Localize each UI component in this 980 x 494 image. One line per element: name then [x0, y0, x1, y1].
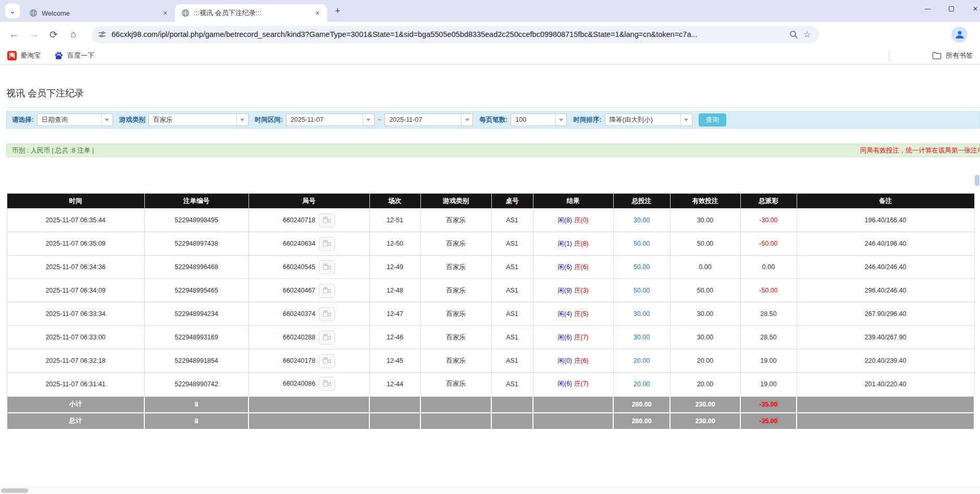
- banker-result: 庄(8): [574, 240, 589, 247]
- col-valid-bet: 有效投注: [670, 194, 740, 209]
- video-replay-button[interactable]: [319, 260, 335, 274]
- note-cell: 296.40/246.40: [797, 279, 974, 302]
- browser-toolbar: ← → ⟳ ⌂ 66cxkj98.com/ipl/portal.php/game…: [0, 22, 980, 47]
- round-number: 660240086: [283, 380, 316, 387]
- tab-title: :::视讯 会员下注纪录:::: [194, 8, 313, 18]
- zoom-button[interactable]: [787, 28, 800, 41]
- forward-button[interactable]: →: [25, 26, 43, 43]
- select-type-label: 请选择:: [12, 116, 34, 124]
- tab-search-button[interactable]: ⌄: [5, 4, 20, 18]
- back-button[interactable]: ←: [5, 26, 23, 43]
- url-text[interactable]: 66cxkj98.com/ipl/portal.php/game/betreco…: [111, 30, 787, 39]
- result-cell: 闲(6)庄(6): [533, 256, 613, 279]
- query-type-select[interactable]: 日期查询: [37, 113, 113, 126]
- query-button[interactable]: 查询: [699, 113, 726, 126]
- total-bet-link[interactable]: 30.00: [613, 209, 670, 232]
- col-game-type: 游戏类别: [420, 194, 491, 209]
- col-table: 桌号: [491, 194, 533, 209]
- result-cell: 闲(6)庄(7): [533, 373, 613, 396]
- table-number-cell: AS1: [491, 326, 533, 349]
- valid-bet-cell: 30.00: [670, 326, 740, 349]
- close-window-button[interactable]: ✕: [963, 0, 980, 18]
- total-bet-link[interactable]: 20.00: [613, 373, 670, 396]
- bet-id-cell: 522948990742: [144, 373, 249, 396]
- tab-close-icon[interactable]: ✕: [160, 8, 170, 18]
- player-result: 闲(6): [557, 263, 572, 271]
- time-sort-select[interactable]: 降幂(由大到小): [605, 113, 692, 126]
- total-bet-link[interactable]: 30.00: [613, 302, 670, 326]
- per-page-select[interactable]: 100: [511, 113, 567, 126]
- date-from-select[interactable]: 2025-11-07: [286, 113, 375, 126]
- bet-id-cell: 522948997438: [144, 232, 249, 256]
- date-to-select[interactable]: 2025-11-07: [384, 113, 473, 126]
- total-row: 总计 8 280.00 230.00 -35.00: [7, 413, 974, 429]
- bet-id-cell: 522948996468: [144, 256, 249, 279]
- chevron-down-icon[interactable]: [237, 114, 248, 125]
- valid-bet-cell: 20.00: [670, 373, 740, 396]
- tab-betrecord[interactable]: :::视讯 会员下注纪录::: ✕: [175, 4, 327, 22]
- total-bet-link[interactable]: 30.00: [613, 326, 670, 349]
- video-replay-button[interactable]: [319, 213, 335, 227]
- chevron-down-icon[interactable]: [461, 114, 473, 125]
- video-replay-button[interactable]: [319, 237, 335, 251]
- chevron-down-icon[interactable]: [101, 114, 113, 125]
- game-type-select[interactable]: 百家乐: [148, 113, 249, 126]
- total-bet-link[interactable]: 50.00: [613, 279, 670, 302]
- reload-button[interactable]: ⟳: [45, 26, 63, 43]
- valid-bet-cell: 20.00: [670, 349, 740, 373]
- time-cell: 2025-11-07 06:34:36: [7, 256, 144, 279]
- horizontal-scrollbar[interactable]: [0, 487, 980, 493]
- bookmark-aitaobao[interactable]: 淘 爱淘宝: [7, 51, 41, 60]
- time-cell: 2025-11-07 06:33:00: [7, 326, 144, 349]
- video-camera-icon: [322, 287, 331, 295]
- home-button[interactable]: ⌂: [65, 26, 82, 43]
- total-bet-link[interactable]: 20.00: [613, 349, 670, 373]
- tab-close-icon[interactable]: ✕: [313, 8, 322, 18]
- person-icon: [954, 29, 965, 40]
- horizontal-scrollbar-thumb[interactable]: [1, 488, 28, 493]
- chevron-down-icon[interactable]: [680, 114, 692, 125]
- video-replay-button[interactable]: [319, 307, 335, 321]
- video-replay-button[interactable]: [319, 284, 335, 298]
- video-camera-icon: [322, 334, 331, 341]
- result-cell: 闲(0)庄(6): [533, 349, 613, 373]
- address-bar[interactable]: 66cxkj98.com/ipl/portal.php/game/betreco…: [92, 26, 819, 43]
- video-replay-button[interactable]: [319, 331, 335, 345]
- new-tab-button[interactable]: +: [330, 4, 345, 18]
- profile-avatar[interactable]: [951, 27, 967, 43]
- minimize-button[interactable]: [915, 0, 939, 18]
- video-replay-button[interactable]: [319, 354, 335, 368]
- bookmark-baidu[interactable]: 百度一下: [54, 51, 94, 60]
- back-icon: ←: [9, 29, 19, 40]
- session-cell: 12-50: [369, 232, 420, 256]
- round-cell: 660240288: [249, 326, 369, 349]
- all-bookmarks-button[interactable]: 所有书签: [932, 51, 973, 60]
- currency-summary: 币别 : 人民币 | 总共 :8 注单 |: [12, 147, 94, 154]
- round-cell: 660240718: [249, 209, 369, 232]
- payout-cell: 19.00: [740, 373, 797, 396]
- total-bet-link[interactable]: 50.00: [613, 256, 670, 279]
- tab-welcome[interactable]: Welcome ✕: [23, 4, 175, 22]
- total-bet-link[interactable]: 50.00: [613, 232, 670, 256]
- table-row: 2025-11-07 06:33:34 522948994234 6602403…: [7, 302, 974, 326]
- bet-id-cell: 522948998495: [144, 209, 249, 232]
- chevron-down-icon[interactable]: [363, 114, 374, 125]
- time-cell: 2025-11-07 06:31:41: [7, 373, 144, 396]
- table-number-cell: AS1: [491, 279, 533, 302]
- col-round: 局号: [249, 194, 369, 209]
- table-number-cell: AS1: [491, 232, 533, 256]
- table-header: 时间 注单编号 局号 场次 游戏类别 桌号 结果 总投注 有效投注 总派彩 备注: [7, 194, 974, 209]
- session-cell: 12-44: [369, 373, 420, 396]
- game-type-cell: 百家乐: [420, 279, 491, 302]
- video-replay-button[interactable]: [319, 377, 335, 391]
- forward-icon: →: [29, 29, 39, 40]
- site-settings-icon[interactable]: [98, 30, 106, 39]
- chevron-down-icon: ⌄: [9, 7, 16, 15]
- maximize-button[interactable]: [939, 0, 963, 18]
- tab-title: Welcome: [42, 9, 160, 17]
- vertical-scrollbar-thumb[interactable]: [975, 175, 979, 186]
- bookmark-star-button[interactable]: ☆: [800, 28, 814, 41]
- chevron-down-icon[interactable]: [555, 114, 566, 125]
- minimize-icon: [925, 9, 931, 9]
- player-result: 闲(9): [557, 287, 572, 294]
